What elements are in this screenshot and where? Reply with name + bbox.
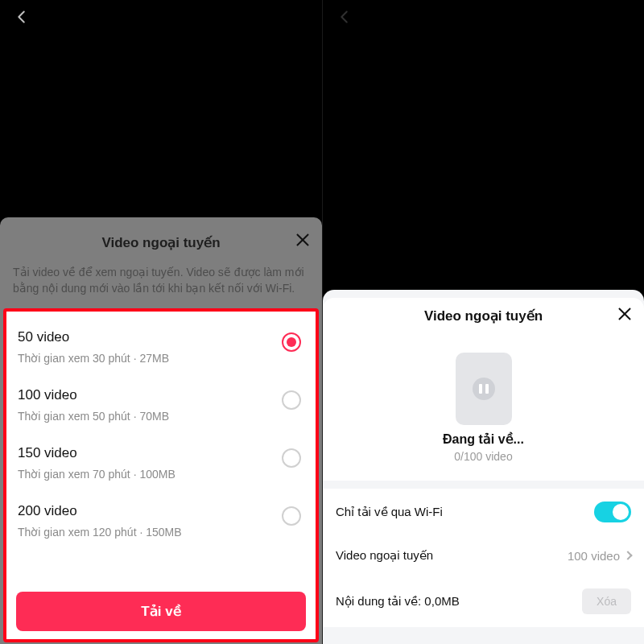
option-150[interactable]: 150 video Thời gian xem 70 phút · 100MB — [16, 434, 306, 492]
download-progress: 0/100 video — [323, 450, 644, 463]
pause-icon[interactable] — [473, 378, 495, 400]
radio-icon[interactable] — [282, 506, 301, 526]
row-offline-video[interactable]: Video ngoại tuyến 100 video — [323, 535, 644, 576]
close-icon[interactable] — [617, 306, 633, 325]
sheet-header: Video ngoại tuyến — [0, 222, 322, 262]
offline-sheet: Video ngoại tuyến Đang tải về... 0/100 v… — [323, 290, 644, 644]
sheet-title: Video ngoại tuyến — [101, 234, 220, 251]
download-status: Đang tải về... — [323, 431, 644, 447]
row-value-text: 100 video — [568, 549, 620, 563]
option-title: 200 video — [18, 503, 304, 519]
row-label: Nội dung tải về: 0,0MB — [336, 594, 460, 609]
back-icon[interactable] — [8, 5, 35, 32]
offline-sheet-dimmed: Video ngoại tuyến Tải video về để xem ng… — [0, 217, 322, 644]
left-topbar — [0, 0, 322, 37]
option-title: 100 video — [18, 387, 304, 403]
sheet-description: Tải video về để xem ngoại tuyến. Video s… — [0, 262, 322, 308]
progress-card: Đang tải về... 0/100 video — [323, 333, 644, 481]
option-subtitle: Thời gian xem 120 phút · 150MB — [18, 526, 304, 539]
option-100[interactable]: 100 video Thời gian xem 50 phút · 70MB — [16, 376, 306, 434]
option-subtitle: Thời gian xem 50 phút · 70MB — [18, 410, 304, 423]
radio-icon[interactable] — [282, 390, 301, 410]
row-storage: Nội dung tải về: 0,0MB Xóa — [323, 576, 644, 627]
right-topbar — [323, 0, 644, 37]
row-label: Video ngoại tuyến — [336, 548, 433, 563]
left-pane: Video ngoại tuyến Tải video về để xem ng… — [0, 0, 322, 644]
download-options-box: 50 video Thời gian xem 30 phút · 27MB 10… — [3, 308, 319, 642]
option-200[interactable]: 200 video Thời gian xem 120 phút · 150MB — [16, 492, 306, 550]
download-button[interactable]: Tải về — [16, 592, 306, 631]
row-value: 100 video — [568, 549, 631, 563]
row-wifi-only[interactable]: Chỉ tải về qua Wi-Fi — [323, 489, 644, 535]
option-subtitle: Thời gian xem 30 phút · 27MB — [18, 352, 304, 365]
back-icon[interactable] — [331, 5, 358, 32]
video-thumb-icon — [456, 353, 512, 425]
chevron-right-icon — [623, 551, 632, 559]
radio-icon[interactable] — [282, 448, 301, 468]
option-title: 50 video — [18, 329, 304, 345]
sheet-header: Video ngoại tuyến — [323, 298, 644, 333]
option-title: 150 video — [18, 445, 304, 461]
option-subtitle: Thời gian xem 70 phút · 100MB — [18, 468, 304, 481]
delete-button[interactable]: Xóa — [582, 588, 631, 614]
option-50[interactable]: 50 video Thời gian xem 30 phút · 27MB — [16, 318, 306, 376]
right-pane: Video ngoại tuyến Đang tải về... 0/100 v… — [322, 0, 644, 644]
settings-card: Chỉ tải về qua Wi-Fi Video ngoại tuyến 1… — [323, 489, 644, 627]
close-icon[interactable] — [295, 232, 311, 253]
toggle-switch[interactable] — [594, 502, 631, 522]
row-label: Chỉ tải về qua Wi-Fi — [336, 505, 443, 519]
radio-icon[interactable] — [282, 332, 301, 352]
sheet-title: Video ngoại tuyến — [424, 308, 543, 324]
